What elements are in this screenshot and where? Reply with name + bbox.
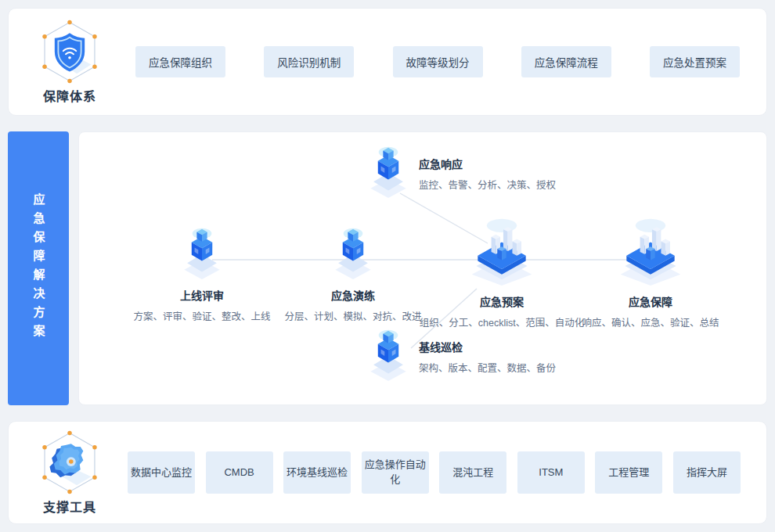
chip-emergency-org[interactable]: 应急保障组织 (135, 46, 225, 77)
node-emergency-response: 应急响应 监控、告警、分析、决策、授权 (366, 145, 556, 198)
cube-icon (179, 226, 225, 279)
chip-response-plan[interactable]: 应急处置预案 (650, 46, 740, 77)
chip-guarantee-process[interactable]: 应急保障流程 (521, 46, 611, 77)
cube-icon (366, 328, 411, 381)
chip-datacenter-monitoring[interactable]: 数据中心监控 (128, 451, 195, 494)
solution-section: 应急保障解决方案 应急响应 (8, 131, 767, 405)
node-subtitle: 响应、确认、应急、验证、总结 (549, 315, 752, 329)
solution-diagram: 应急响应 监控、告警、分析、决策、授权 上线评审 方案、评审、验证、整 (78, 131, 767, 405)
chip-emergency-automation[interactable]: 应急操作自动化 (362, 451, 429, 494)
chip-cmdb[interactable]: CMDB (206, 451, 273, 494)
node-baseline-inspection: 基线巡检 架构、版本、配置、数据、备份 (366, 328, 556, 381)
chip-risk-identification[interactable]: 风险识别机制 (264, 46, 354, 77)
solution-sidebar: 应急保障解决方案 (8, 131, 69, 405)
shield-hexagon-icon (38, 19, 101, 84)
support-tools-label: 支撑工具 (43, 497, 96, 516)
chip-env-baseline-inspection[interactable]: 环境基线巡检 (283, 451, 351, 494)
guarantee-system-chips: 应急保障组织 风险识别机制 故障等级划分 应急保障流程 应急处置预案 (135, 46, 740, 77)
chip-command-screen[interactable]: 指挥大屏 (673, 451, 741, 494)
node-title: 基线巡检 (419, 339, 556, 354)
guarantee-system-header: 保障体系 (23, 19, 117, 105)
support-tools-header: 支撑工具 (23, 430, 117, 516)
cube-icon (330, 226, 376, 279)
chip-chaos-engineering[interactable]: 混沌工程 (439, 451, 506, 494)
platform-icon (463, 214, 540, 286)
node-title: 应急保障 (549, 293, 752, 309)
solution-sidebar-title: 应急保障解决方案 (31, 193, 47, 343)
node-title: 应急响应 (419, 156, 556, 171)
node-subtitle: 监控、告警、分析、决策、授权 (419, 177, 556, 192)
platform-icon (612, 214, 689, 286)
support-tools-chips: 数据中心监控 CMDB 环境基线巡检 应急操作自动化 混沌工程 ITSM 工程管… (128, 451, 741, 494)
cube-icon (366, 145, 411, 198)
support-tools-section: 支撑工具 数据中心监控 CMDB 环境基线巡检 应急操作自动化 混沌工程 ITS… (8, 421, 767, 524)
chip-fault-grading[interactable]: 故障等级划分 (393, 46, 483, 77)
gear-hexagon-icon (38, 430, 101, 495)
guarantee-system-section: 保障体系 应急保障组织 风险识别机制 故障等级划分 应急保障流程 应急处置预案 (8, 8, 767, 116)
chip-itsm[interactable]: ITSM (517, 451, 585, 494)
node-emergency-guarantee: 应急保障 响应、确认、应急、验证、总结 (549, 214, 752, 329)
guarantee-system-label: 保障体系 (43, 86, 96, 105)
node-subtitle: 架构、版本、配置、数据、备份 (419, 360, 556, 375)
chip-project-management[interactable]: 工程管理 (595, 451, 662, 494)
